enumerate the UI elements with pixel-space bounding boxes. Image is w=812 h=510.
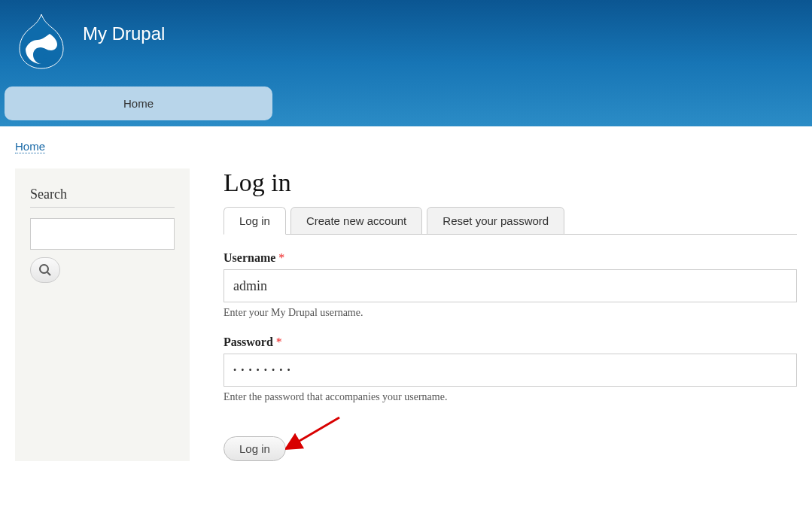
tab-create-account[interactable]: Create new account bbox=[290, 207, 422, 235]
drupal-logo-icon[interactable] bbox=[15, 11, 68, 71]
site-name[interactable]: My Drupal bbox=[83, 23, 165, 44]
password-label: Password * bbox=[224, 335, 797, 349]
svg-line-3 bbox=[47, 272, 50, 275]
content-area: Search Log in Log in Create new account … bbox=[0, 161, 812, 484]
search-input[interactable] bbox=[30, 218, 175, 250]
sidebar: Search bbox=[15, 168, 190, 461]
svg-point-1 bbox=[43, 55, 47, 59]
login-form: Username * Enter your My Drupal username… bbox=[224, 251, 797, 461]
password-field[interactable] bbox=[224, 354, 797, 387]
username-field[interactable] bbox=[224, 269, 797, 302]
required-mark: * bbox=[278, 251, 284, 264]
nav-home[interactable]: Home bbox=[5, 87, 272, 120]
username-label-text: Username bbox=[224, 251, 275, 264]
tabs: Log in Create new account Reset your pas… bbox=[224, 206, 797, 235]
breadcrumb: Home bbox=[0, 126, 812, 161]
username-label: Username * bbox=[224, 251, 797, 265]
page-title: Log in bbox=[224, 168, 797, 197]
tab-reset-password[interactable]: Reset your password bbox=[427, 207, 564, 235]
password-label-text: Password bbox=[224, 335, 273, 348]
site-header: My Drupal Home bbox=[0, 0, 812, 126]
search-button[interactable] bbox=[30, 257, 60, 283]
svg-point-0 bbox=[35, 55, 40, 59]
breadcrumb-home[interactable]: Home bbox=[15, 140, 45, 153]
required-mark: * bbox=[276, 335, 282, 348]
svg-point-2 bbox=[40, 265, 48, 273]
login-button[interactable]: Log in bbox=[224, 436, 286, 461]
main-content: Log in Log in Create new account Reset y… bbox=[224, 168, 797, 461]
tab-login[interactable]: Log in bbox=[224, 207, 286, 235]
password-hint: Enter the password that accompanies your… bbox=[224, 391, 797, 403]
header-top: My Drupal bbox=[0, 0, 812, 87]
main-nav: Home bbox=[0, 87, 812, 120]
search-icon bbox=[38, 263, 52, 277]
search-block-title: Search bbox=[30, 187, 175, 208]
username-hint: Enter your My Drupal username. bbox=[224, 307, 797, 319]
